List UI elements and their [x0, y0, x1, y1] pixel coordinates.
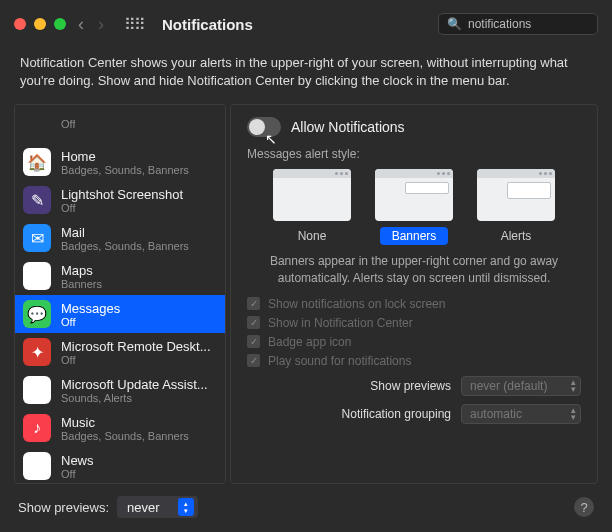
app-row[interactable]: NNewsOff	[15, 447, 225, 484]
checkbox-row[interactable]: ✓Show notifications on lock screen	[247, 297, 581, 311]
app-text: Off	[61, 118, 75, 130]
grouping-label: Notification grouping	[342, 407, 451, 421]
app-subtitle: Off	[61, 118, 75, 130]
app-row[interactable]: ♪MusicBadges, Sounds, Banners	[15, 409, 225, 447]
toggle-knob	[249, 119, 265, 135]
app-name: Music	[61, 415, 189, 430]
main-content: Off🏠HomeBadges, Sounds, Banners✎Lightsho…	[0, 104, 612, 484]
checkbox-label: Show in Notification Center	[268, 316, 413, 330]
app-text: MailBadges, Sounds, Banners	[61, 225, 189, 252]
app-text: Microsoft Remote Deskt...Off	[61, 339, 211, 366]
alert-style-name: Alerts	[489, 227, 544, 245]
traffic-lights	[14, 18, 66, 30]
app-subtitle: Banners	[61, 278, 102, 290]
alert-style-options: NoneBannersAlerts	[247, 169, 581, 245]
app-row[interactable]: 🗺MapsBanners	[15, 257, 225, 295]
detail-pane: Allow Notifications ↖ Messages alert sty…	[230, 104, 598, 484]
alert-style-option[interactable]: None	[273, 169, 351, 245]
forward-button[interactable]: ›	[96, 14, 106, 35]
app-name: Microsoft Remote Deskt...	[61, 339, 211, 354]
app-name: Mail	[61, 225, 189, 240]
alert-style-name: None	[286, 227, 339, 245]
app-name: News	[61, 453, 94, 468]
previews-select[interactable]: never (default)▴▾	[461, 376, 581, 396]
chevron-updown-icon: ▴▾	[178, 498, 194, 516]
chevron-updown-icon: ▴▾	[571, 407, 576, 421]
back-button[interactable]: ‹	[76, 14, 86, 35]
footer-previews-value: never	[127, 500, 160, 515]
titlebar: ‹ › ⠿⠿ Notifications 🔍 ✕	[0, 0, 612, 48]
description-text: Notification Center shows your alerts in…	[0, 48, 612, 104]
app-icon: 🏠	[23, 148, 51, 176]
app-text: Lightshot ScreenshotOff	[61, 187, 183, 214]
alert-style-name: Banners	[380, 227, 449, 245]
allow-toggle[interactable]	[247, 117, 281, 137]
app-subtitle: Off	[61, 316, 120, 328]
app-row[interactable]: Off	[15, 105, 225, 143]
app-subtitle: Off	[61, 354, 211, 366]
app-subtitle: Badges, Sounds, Banners	[61, 240, 189, 252]
minimize-window-button[interactable]	[34, 18, 46, 30]
chevron-updown-icon: ▴▾	[571, 379, 576, 393]
footer: Show previews: never ▴▾ ?	[0, 484, 612, 530]
checkbox-label: Badge app icon	[268, 335, 351, 349]
app-row[interactable]: 💬MessagesOff	[15, 295, 225, 333]
show-all-icon[interactable]: ⠿⠿	[124, 15, 144, 34]
app-icon	[23, 110, 51, 138]
checkbox-row[interactable]: ✓Show in Notification Center	[247, 316, 581, 330]
app-icon: 💬	[23, 300, 51, 328]
app-text: MusicBadges, Sounds, Banners	[61, 415, 189, 442]
search-input[interactable]	[468, 17, 612, 31]
checkbox[interactable]: ✓	[247, 297, 260, 310]
checkbox[interactable]: ✓	[247, 335, 260, 348]
app-icon: ♪	[23, 414, 51, 442]
footer-previews-label: Show previews:	[18, 500, 109, 515]
allow-row: Allow Notifications	[247, 117, 581, 137]
app-row[interactable]: ✎Lightshot ScreenshotOff	[15, 181, 225, 219]
search-field[interactable]: 🔍 ✕	[438, 13, 598, 35]
app-row[interactable]: 🏠HomeBadges, Sounds, Banners	[15, 143, 225, 181]
app-icon: ✦	[23, 338, 51, 366]
window-title: Notifications	[162, 16, 253, 33]
grouping-select[interactable]: automatic▴▾	[461, 404, 581, 424]
app-name: Maps	[61, 263, 102, 278]
app-icon: ⊞	[23, 376, 51, 404]
checkbox-row[interactable]: ✓Play sound for notifications	[247, 354, 581, 368]
grouping-row: Notification grouping automatic▴▾	[247, 404, 581, 424]
alert-style-preview	[375, 169, 453, 221]
alert-style-option[interactable]: Banners	[375, 169, 453, 245]
app-name: Home	[61, 149, 189, 164]
zoom-window-button[interactable]	[54, 18, 66, 30]
app-subtitle: Badges, Sounds, Banners	[61, 430, 189, 442]
app-row[interactable]: ✦Microsoft Remote Deskt...Off	[15, 333, 225, 371]
search-icon: 🔍	[447, 17, 462, 31]
app-subtitle: Off	[61, 202, 183, 214]
close-window-button[interactable]	[14, 18, 26, 30]
footer-previews-select[interactable]: never ▴▾	[117, 496, 198, 518]
app-subtitle: Off	[61, 468, 94, 480]
app-text: NewsOff	[61, 453, 94, 480]
app-row[interactable]: ⊞Microsoft Update Assist...Sounds, Alert…	[15, 371, 225, 409]
alert-style-help: Banners appear in the upper-right corner…	[247, 253, 581, 287]
app-icon: ✉	[23, 224, 51, 252]
alert-style-option[interactable]: Alerts	[477, 169, 555, 245]
checkbox-row[interactable]: ✓Badge app icon	[247, 335, 581, 349]
app-icon: N	[23, 452, 51, 480]
checkbox[interactable]: ✓	[247, 354, 260, 367]
app-name: Messages	[61, 301, 120, 316]
help-button[interactable]: ?	[574, 497, 594, 517]
app-row[interactable]: ✉MailBadges, Sounds, Banners	[15, 219, 225, 257]
previews-row: Show previews never (default)▴▾	[247, 376, 581, 396]
app-text: HomeBadges, Sounds, Banners	[61, 149, 189, 176]
app-text: MapsBanners	[61, 263, 102, 290]
app-text: MessagesOff	[61, 301, 120, 328]
allow-label: Allow Notifications	[291, 119, 405, 135]
app-list[interactable]: Off🏠HomeBadges, Sounds, Banners✎Lightsho…	[14, 104, 226, 484]
previews-label: Show previews	[370, 379, 451, 393]
alert-style-preview	[273, 169, 351, 221]
app-icon: ✎	[23, 186, 51, 214]
app-name: Microsoft Update Assist...	[61, 377, 208, 392]
app-subtitle: Sounds, Alerts	[61, 392, 208, 404]
checkbox[interactable]: ✓	[247, 316, 260, 329]
alert-style-header: Messages alert style:	[247, 147, 581, 161]
